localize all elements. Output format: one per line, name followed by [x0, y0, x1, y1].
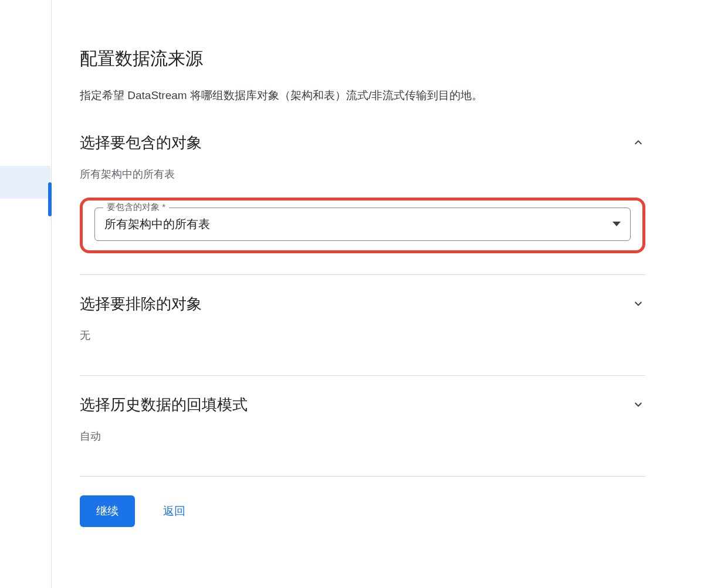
sidebar-active-indicator [48, 182, 52, 216]
select-label: 要包含的对象 * [103, 202, 169, 213]
sidebar-stub [0, 0, 52, 588]
section-include-header[interactable]: 选择要包含的对象 [80, 132, 645, 153]
back-button[interactable]: 返回 [158, 495, 190, 527]
main-content: 配置数据流来源 指定希望 DataStream 将哪组数据库对象（架构和表）流式… [52, 0, 673, 588]
section-include-objects: 选择要包含的对象 所有架构中的所有表 要包含的对象 * 所有架构中的所有表 [80, 132, 645, 275]
chevron-down-icon [631, 397, 645, 412]
highlight-box: 要包含的对象 * 所有架构中的所有表 [80, 198, 645, 253]
page-description: 指定希望 DataStream 将哪组数据库对象（架构和表）流式/非流式传输到目… [80, 87, 645, 104]
sidebar-active-item[interactable] [0, 166, 50, 199]
chevron-down-icon [631, 297, 645, 311]
section-include-subtitle: 所有架构中的所有表 [80, 167, 645, 181]
continue-button[interactable]: 继续 [80, 495, 135, 527]
chevron-up-icon [631, 135, 645, 149]
select-value: 所有架构中的所有表 [104, 216, 210, 232]
include-objects-select[interactable]: 要包含的对象 * 所有架构中的所有表 [94, 208, 631, 241]
section-exclude-header[interactable]: 选择要排除的对象 [80, 294, 645, 314]
button-row: 继续 返回 [80, 495, 645, 527]
page-title: 配置数据流来源 [80, 47, 645, 71]
section-exclude-objects: 选择要排除的对象 无 [80, 294, 645, 376]
section-exclude-subtitle: 无 [80, 328, 645, 342]
dropdown-arrow-icon [612, 222, 621, 226]
section-exclude-title: 选择要排除的对象 [80, 294, 202, 314]
section-backfill-header[interactable]: 选择历史数据的回填模式 [80, 395, 645, 415]
section-include-title: 选择要包含的对象 [80, 132, 202, 153]
section-backfill-title: 选择历史数据的回填模式 [80, 395, 248, 415]
section-backfill-mode: 选择历史数据的回填模式 自动 [80, 395, 645, 477]
section-backfill-subtitle: 自动 [80, 429, 645, 443]
